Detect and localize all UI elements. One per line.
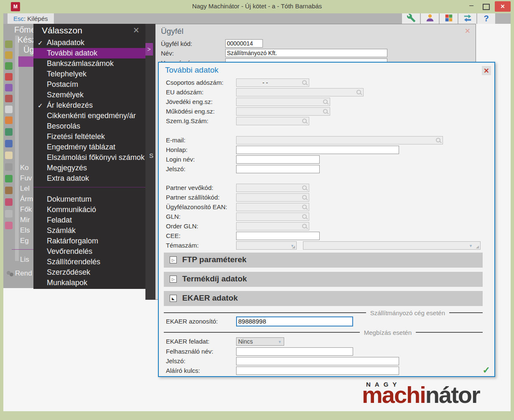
menu-item[interactable]: Fizetési feltételek	[33, 132, 145, 142]
eu-taxnumber-field[interactable]	[236, 88, 364, 96]
cee-field[interactable]	[236, 232, 320, 240]
esc-exit-tab[interactable]: Esc: Kilépés	[8, 13, 54, 24]
menu-item[interactable]: Engedmény táblázat	[33, 142, 145, 152]
group-taxnumber-field[interactable]: - -	[236, 78, 309, 87]
partner-customer-code-field[interactable]	[236, 184, 309, 192]
login-name-field[interactable]	[236, 155, 320, 164]
sidebar-icon[interactable]	[5, 222, 13, 229]
search-icon[interactable]	[302, 214, 307, 219]
sidebar-item[interactable]: Lis	[20, 256, 29, 264]
sidebar-icon[interactable]	[5, 128, 13, 136]
operating-license-field[interactable]	[236, 107, 330, 116]
menu-item[interactable]: Feladat	[33, 215, 145, 225]
help-button[interactable]: ?	[477, 13, 495, 24]
menu-item[interactable]: Szerződések	[33, 267, 145, 278]
menu-item[interactable]: Cikkenkénti engedmény/ár	[33, 111, 145, 121]
sidebar-item[interactable]: Fuv	[20, 174, 32, 182]
sidebar-header[interactable]: Főmen	[14, 25, 33, 35]
settings-button[interactable]	[402, 13, 420, 24]
menu-item[interactable]: ✓Ár lekérdezés	[33, 100, 145, 111]
section-ekaer[interactable]: ◣ EKAER adatok	[164, 291, 483, 306]
search-icon[interactable]	[302, 185, 307, 190]
menu-item[interactable]: Bankszámlaszámok	[33, 58, 145, 69]
modules-button[interactable]	[440, 13, 458, 24]
menu-item[interactable]: Kommunikáció	[33, 205, 145, 215]
ekaer-password-field[interactable]	[236, 357, 399, 365]
sidebar-icon[interactable]	[5, 198, 13, 206]
sidebar-item[interactable]: Fők	[20, 205, 32, 214]
menu-item[interactable]: Postacím	[33, 79, 145, 90]
menu-item[interactable]: Munkalapok	[33, 278, 145, 288]
menu-item-selected[interactable]: További adatok	[33, 48, 145, 58]
section-product-fee[interactable]: ▷ Termékdíj adatok	[164, 272, 483, 287]
sidebar-header[interactable]: Üg	[23, 45, 33, 55]
email-field[interactable]	[236, 136, 443, 144]
ekaer-signkey-field[interactable]	[236, 367, 399, 375]
transfer-button[interactable]	[458, 13, 476, 24]
search-icon[interactable]	[302, 195, 307, 200]
gln-field[interactable]	[236, 213, 309, 221]
ekaer-id-field[interactable]: 89888998	[236, 316, 353, 326]
sidebar-icon[interactable]	[5, 84, 13, 91]
website-field[interactable]	[236, 146, 399, 154]
search-icon[interactable]	[302, 205, 307, 209]
sidebar-item[interactable]: Eg	[20, 237, 29, 245]
menu-item[interactable]: ✓Alapadatok	[33, 38, 145, 48]
excise-license-field[interactable]	[236, 98, 330, 106]
section-ftp[interactable]: ▷ FTP paraméterek	[164, 253, 483, 268]
search-icon[interactable]	[436, 138, 440, 142]
sidebar-icon[interactable]	[5, 163, 13, 171]
sidebar-item-system[interactable]: Rend	[15, 269, 32, 278]
menu-close-icon[interactable]: ✕	[133, 25, 140, 35]
menu-item[interactable]: Megjegyzés	[33, 163, 145, 173]
close-button[interactable]: ✕	[495, 1, 511, 12]
ekaer-user-field[interactable]	[236, 347, 353, 356]
menu-item[interactable]: Telephelyek	[33, 69, 145, 79]
search-icon[interactable]	[356, 90, 361, 94]
search-icon[interactable]	[323, 109, 328, 114]
partner-supplier-code-field[interactable]	[236, 193, 309, 202]
sidebar-icon[interactable]	[5, 187, 13, 194]
expanded-icon[interactable]: ◣	[170, 295, 177, 302]
menu-item[interactable]: Raktárforgalom	[33, 236, 145, 246]
customer-code-field[interactable]: 00000014	[225, 39, 263, 48]
sidebar-icon[interactable]	[5, 51, 13, 59]
ekaer-task-dropdown[interactable]: Nincs▼	[236, 337, 284, 346]
menu-item[interactable]: Dokumentum	[33, 194, 145, 205]
sidebar-item[interactable]: Árm	[20, 195, 33, 203]
sidebar-icon[interactable]	[5, 73, 13, 81]
sidebar-icon[interactable]	[5, 175, 13, 182]
sidebar-item[interactable]: Mir	[20, 216, 30, 224]
minimize-button[interactable]: –	[466, 1, 476, 10]
menu-item[interactable]: Vevőrendelés	[33, 246, 145, 257]
customer-name-field[interactable]: Szállítmányozó Kft.	[225, 49, 387, 57]
topic-number-dropdown[interactable]: ▼◢	[236, 241, 297, 250]
menu-item[interactable]: Szállítórendelés	[33, 257, 145, 267]
topic-name-dropdown[interactable]: ▼◢	[303, 241, 481, 250]
sidebar-icon[interactable]	[5, 95, 13, 102]
sidebar-icon[interactable]	[5, 106, 13, 113]
search-icon[interactable]	[323, 99, 328, 104]
sidebar-icon[interactable]	[5, 152, 13, 159]
menu-item[interactable]: Elszámolási főkönyvi számok	[33, 152, 145, 163]
sidebar-item[interactable]: Els	[20, 226, 30, 235]
search-icon[interactable]	[302, 80, 307, 85]
search-icon[interactable]	[302, 119, 307, 123]
order-gln-field[interactable]	[236, 222, 309, 230]
customer-ean-field[interactable]	[236, 203, 309, 211]
password-field[interactable]	[236, 165, 320, 173]
sidebar-icon[interactable]	[5, 210, 13, 218]
sidebar-item[interactable]: Ko	[20, 164, 29, 172]
sidebar-icon[interactable]	[5, 62, 13, 70]
user-button[interactable]	[421, 13, 439, 24]
menu-item[interactable]: Számlák	[33, 225, 145, 236]
sidebar-header[interactable]: Kész	[18, 35, 33, 45]
customer-close-icon[interactable]: ✕	[465, 27, 471, 35]
sidebar-icon[interactable]	[5, 40, 13, 48]
maximize-button[interactable]	[483, 4, 490, 10]
collapsed-icon[interactable]: ▷	[170, 256, 177, 263]
id-card-field[interactable]	[236, 117, 309, 125]
menu-item[interactable]: Besorolás	[33, 121, 145, 132]
collapsed-icon[interactable]: ▷	[170, 276, 177, 283]
sidebar-icon[interactable]	[5, 116, 13, 124]
